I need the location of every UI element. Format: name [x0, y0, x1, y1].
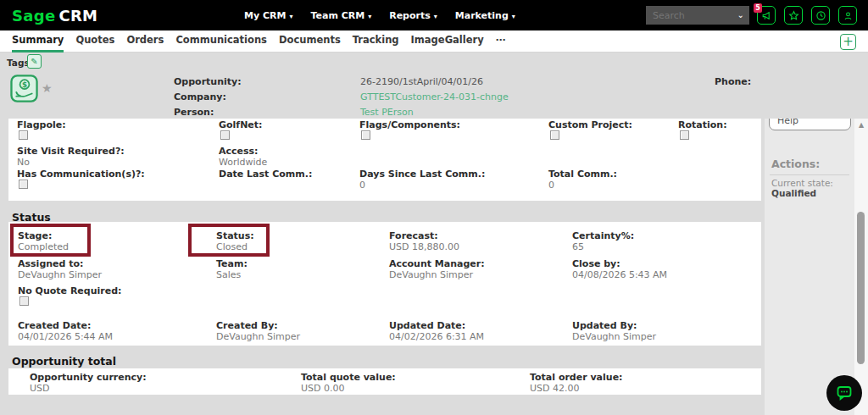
person-link[interactable]: Test PErson	[360, 107, 414, 118]
field-days-since-last-comm: Days Since Last Comm.: 0	[359, 169, 485, 191]
menu-marketing[interactable]: Marketing▾	[455, 10, 515, 21]
top-app-bar: SageCRM My CRM▾ Team CRM▾ Reports▾ Marke…	[0, 0, 868, 30]
tab-tracking[interactable]: Tracking	[353, 30, 399, 53]
field-flags-components: Flags/Components:	[359, 120, 460, 130]
vertical-scrollbar[interactable]: ▲	[854, 119, 868, 415]
field-updated-by: Updated By: DeVaughn Simper	[572, 321, 656, 342]
tab-documents[interactable]: Documents	[279, 30, 341, 53]
help-button[interactable]: Help	[769, 119, 851, 130]
actions-heading: Actions:	[771, 158, 820, 170]
recent-button[interactable]	[811, 6, 830, 25]
opportunity-total-panel: Opportunity currency: USD Total quote va…	[8, 368, 761, 395]
field-date-last-comm: Date Last Comm.:	[219, 169, 312, 180]
scroll-up-arrow-icon[interactable]: ▲	[854, 121, 868, 129]
current-state-value: Qualified	[771, 188, 816, 198]
actions-sidebar: Help Actions: Current state: Qualified	[765, 119, 854, 415]
flagpole-checkbox[interactable]	[19, 130, 28, 140]
field-opportunity-currency: Opportunity currency: USD	[30, 373, 147, 394]
company-label: Company:	[174, 91, 226, 102]
field-rotation: Rotation:	[678, 120, 727, 130]
flags-components-checkbox[interactable]	[361, 130, 370, 140]
field-no-quote-required: No Quote Required:	[18, 286, 121, 296]
field-certainty: Certainty%: 65	[572, 231, 634, 252]
field-status: Status: Closed	[216, 231, 254, 252]
details-panel: Flagpole: GolfNet: Flags/Components: Cus…	[8, 119, 761, 201]
field-team: Team: Sales	[216, 259, 248, 280]
context-header: Tags: ✎ $ ★ Opportunity: 26-2190/1stApri…	[0, 53, 868, 119]
opportunity-entity-icon: $	[10, 75, 38, 106]
star-icon	[788, 10, 799, 21]
field-forecast: Forecast: USD 18,880.00	[389, 231, 459, 252]
field-account-manager: Account Manager: DeVaughn Simper	[389, 259, 485, 280]
pencil-icon: ✎	[31, 57, 37, 66]
field-created-by: Created By: DeVaughn Simper	[216, 321, 300, 342]
tab-overflow-menu[interactable]: ⋯	[496, 30, 506, 53]
field-created-date: Created Date: 04/01/2026 5:44 AM	[18, 321, 113, 342]
tabs: Summary Quotes Orders Communications Doc…	[12, 30, 505, 53]
clock-icon	[815, 10, 826, 21]
search-box[interactable]: ⌄	[646, 6, 749, 25]
field-access: Access: Worldwide	[219, 147, 267, 168]
status-panel: Stage: Completed Status: Closed Forecast…	[8, 222, 761, 346]
field-flagpole: Flagpole:	[17, 120, 66, 130]
person-label: Person:	[174, 107, 214, 118]
search-dropdown-chevron-icon[interactable]: ⌄	[737, 10, 749, 21]
tab-communications[interactable]: Communications	[175, 30, 267, 53]
logo-crm-text: CRM	[58, 7, 97, 25]
chat-bubble-icon	[834, 383, 854, 403]
custom-project-checkbox[interactable]	[550, 130, 559, 140]
notification-badge: 5	[754, 3, 762, 13]
actions-divider	[770, 174, 849, 175]
field-total-order-value: Total order value: USD 42.00	[530, 373, 623, 394]
field-site-visit: Site Visit Required?: No	[17, 147, 125, 168]
phone-label: Phone:	[715, 76, 751, 87]
svg-text:$: $	[22, 80, 27, 89]
opportunity-total-heading: Opportunity total	[12, 355, 116, 368]
notifications-button[interactable]: 5	[757, 6, 776, 25]
chevron-down-icon: ▾	[368, 13, 371, 20]
add-new-button[interactable]: +	[840, 34, 856, 50]
field-total-comm: Total Comm.: 0	[548, 169, 617, 191]
field-total-quote-value: Total quote value: USD 0.00	[301, 373, 396, 394]
field-assigned-to: Assigned to: DeVaughn Simper	[18, 259, 102, 280]
plus-icon: +	[843, 34, 854, 49]
golfnet-checkbox[interactable]	[220, 130, 230, 140]
no-quote-required-checkbox[interactable]	[19, 296, 29, 306]
menu-team-crm[interactable]: Team CRM▾	[310, 10, 371, 21]
scrollbar-thumb[interactable]	[857, 212, 865, 364]
tab-quotes[interactable]: Quotes	[75, 30, 114, 53]
search-input[interactable]	[646, 10, 737, 21]
logo-sage-text: Sage	[12, 7, 55, 25]
field-has-communications: Has Communication(s)?:	[17, 169, 145, 180]
chat-button[interactable]	[826, 375, 862, 411]
field-stage: Stage: Completed	[18, 231, 69, 252]
megaphone-icon	[761, 10, 772, 21]
tab-strip: Summary Quotes Orders Communications Doc…	[0, 30, 868, 53]
field-custom-project: Custom Project:	[548, 120, 632, 130]
main-menu: My CRM▾ Team CRM▾ Reports▾ Marketing▾	[244, 0, 515, 30]
edit-tags-button[interactable]: ✎	[27, 54, 42, 69]
opportunity-value: 26-2190/1stApril/04/01/26	[360, 76, 483, 87]
company-link[interactable]: GTTESTCustomer-24-031-chnge	[360, 91, 509, 102]
field-golfnet: GolfNet:	[219, 120, 262, 130]
tab-summary[interactable]: Summary	[12, 30, 64, 53]
chevron-down-icon: ▾	[512, 13, 515, 20]
has-communications-checkbox[interactable]	[19, 180, 28, 189]
chevron-down-icon: ▾	[434, 13, 437, 20]
opportunity-label: Opportunity:	[174, 76, 242, 87]
menu-reports[interactable]: Reports▾	[389, 10, 437, 21]
profile-button[interactable]	[838, 6, 857, 25]
current-state: Current state: Qualified	[771, 178, 854, 198]
user-icon	[843, 10, 854, 21]
sage-crm-logo: SageCRM	[12, 7, 97, 25]
menu-my-crm[interactable]: My CRM▾	[244, 10, 292, 21]
favorite-star-icon[interactable]: ★	[42, 81, 53, 95]
chevron-down-icon: ▾	[289, 13, 292, 20]
tab-orders[interactable]: Orders	[126, 30, 164, 53]
field-updated-date: Updated Date: 04/02/2026 6:31 AM	[389, 321, 484, 342]
rotation-checkbox[interactable]	[680, 130, 689, 140]
favorites-button[interactable]	[784, 6, 803, 25]
tab-imagegallery[interactable]: ImageGallery	[411, 30, 484, 53]
field-close-by: Close by: 04/08/2026 5:43 AM	[572, 259, 667, 280]
